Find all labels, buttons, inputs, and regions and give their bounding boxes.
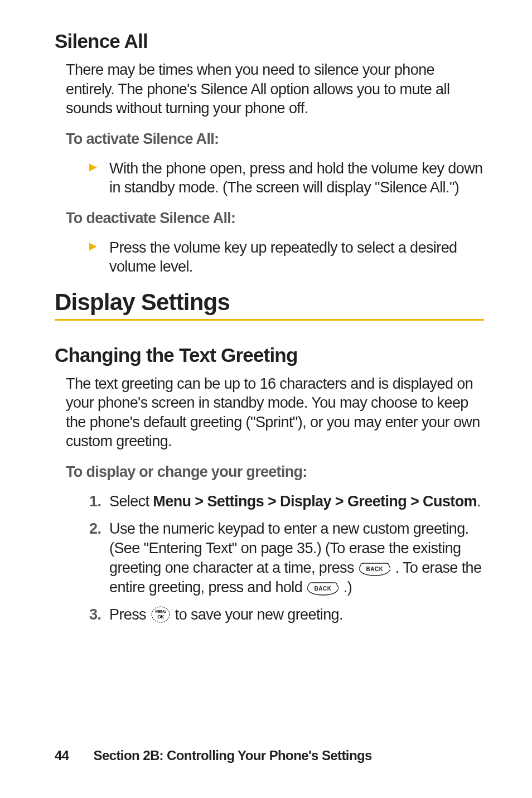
back-key-icon: BACK <box>359 563 390 576</box>
lead-display-change-greeting: To display or change your greeting: <box>66 463 484 481</box>
lead-activate-silence: To activate Silence All: <box>66 130 484 148</box>
steps-greeting: Select Menu > Settings > Display > Greet… <box>55 492 484 625</box>
page-footer: 44 Section 2B: Controlling Your Phone's … <box>55 748 372 763</box>
list-item: Press MENU OK to save your new greeting. <box>89 605 484 625</box>
list-activate-silence: With the phone open, press and hold the … <box>55 159 484 197</box>
step-text: .) <box>344 579 352 596</box>
step-text: Select <box>109 493 153 510</box>
heading-display-settings: Display Settings <box>55 289 484 321</box>
step-text: Press <box>109 606 150 623</box>
list-deactivate-silence: Press the volume key up repeatedly to se… <box>55 238 484 277</box>
page: Silence All There may be times when you … <box>0 0 532 798</box>
heading-changing-text-greeting: Changing the Text Greeting <box>55 344 484 366</box>
step-text-bold: Menu > Settings > Display > Greeting > C… <box>153 493 477 510</box>
svg-text:OK: OK <box>157 614 165 620</box>
svg-text:BACK: BACK <box>315 586 332 592</box>
page-number: 44 <box>55 748 69 763</box>
svg-text:BACK: BACK <box>366 566 383 572</box>
step-text: . <box>477 493 481 510</box>
back-key-icon: BACK <box>307 582 338 596</box>
list-item: Select Menu > Settings > Display > Greet… <box>89 492 484 511</box>
heading-silence-all: Silence All <box>55 30 484 52</box>
lead-deactivate-silence: To deactivate Silence All: <box>66 210 484 227</box>
step-text: to save your new greeting. <box>175 606 343 623</box>
list-item: With the phone open, press and hold the … <box>89 159 484 197</box>
section-label: Section 2B: Controlling Your Phone's Set… <box>94 748 372 763</box>
paragraph-greeting-intro: The text greeting can be up to 16 charac… <box>66 374 484 451</box>
list-item: Use the numeric keypad to enter a new cu… <box>89 519 484 597</box>
list-item: Press the volume key up repeatedly to se… <box>89 238 484 277</box>
menu-ok-key-icon: MENU OK <box>151 606 170 623</box>
svg-text:MENU: MENU <box>155 609 166 614</box>
paragraph-silence-intro: There may be times when you need to sile… <box>66 60 484 118</box>
